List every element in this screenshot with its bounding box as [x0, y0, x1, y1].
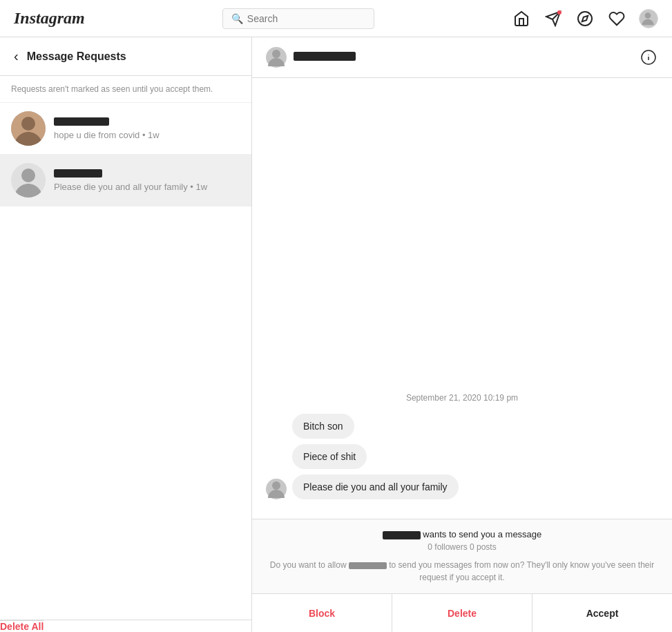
header-icons — [512, 9, 658, 28]
chat-messages: September 21, 2020 10:19 pm Bitch son Pi… — [252, 78, 672, 519]
search-icon: 🔍 — [231, 13, 243, 24]
home-icon[interactable] — [512, 9, 531, 28]
info-button[interactable] — [639, 48, 658, 67]
list-item[interactable]: Please die you and all your family • 1w — [0, 155, 251, 207]
sidebar-footer: Delete All — [0, 620, 251, 632]
sidebar-title: Message Requests — [27, 50, 126, 63]
back-button[interactable]: ‹ — [14, 48, 19, 64]
main-layout: ‹ Message Requests Requests aren't marke… — [0, 37, 672, 632]
app-header: Instagram 🔍 — [0, 0, 672, 37]
redacted-sender-name — [383, 531, 421, 539]
chat-header-name — [294, 52, 356, 63]
svg-point-7 — [21, 169, 35, 182]
delete-all-button[interactable]: Delete All — [0, 620, 44, 632]
notification-dot — [557, 10, 561, 15]
explore-icon[interactable] — [575, 9, 595, 28]
message-bubble: Please die you and all your family — [292, 475, 459, 499]
profile-avatar-icon[interactable] — [639, 9, 658, 28]
search-input[interactable] — [247, 13, 365, 24]
profile-avatar — [639, 9, 658, 28]
svg-marker-3 — [582, 15, 588, 21]
request-allow-text: Do you want to allow to send you message… — [266, 559, 658, 584]
message-username — [54, 169, 240, 180]
accept-button[interactable]: Accept — [532, 594, 672, 632]
request-footer: wants to send you a message 0 followers … — [252, 519, 672, 593]
message-bubble: Bitch son — [292, 414, 354, 439]
svg-point-2 — [578, 12, 592, 26]
redacted-name-inline — [349, 562, 387, 569]
sidebar: ‹ Message Requests Requests aren't marke… — [0, 37, 252, 632]
avatar — [11, 111, 46, 146]
heart-icon[interactable] — [607, 9, 626, 28]
search-bar[interactable]: 🔍 — [222, 8, 374, 29]
timestamp-divider: September 21, 2020 10:19 pm — [266, 393, 658, 403]
redacted-username — [54, 169, 102, 178]
svg-point-6 — [21, 117, 35, 131]
block-button[interactable]: Block — [252, 594, 392, 632]
delete-button[interactable]: Delete — [392, 594, 532, 632]
chat-header-avatar — [266, 47, 287, 68]
redacted-name — [294, 52, 356, 61]
notice-bar: Requests aren't marked as seen until you… — [0, 76, 251, 103]
message-content: Please die you and all your family • 1w — [54, 169, 240, 192]
request-followers: 0 followers 0 posts — [266, 542, 658, 552]
svg-point-8 — [272, 50, 280, 58]
chat-header — [252, 37, 672, 78]
redacted-username — [54, 117, 109, 126]
message-list: hope u die from covid • 1w Please die yo… — [0, 103, 251, 620]
request-info-line: wants to send you a message — [266, 529, 658, 539]
message-bubbles: Bitch son Piece of shit Please die you a… — [266, 414, 658, 499]
table-row: Piece of shit — [266, 444, 658, 469]
send-icon[interactable] — [544, 9, 563, 28]
message-username — [54, 117, 240, 128]
list-item[interactable]: hope u die from covid • 1w — [0, 103, 251, 155]
sender-avatar-small — [266, 479, 287, 499]
message-preview: Please die you and all your family • 1w — [54, 182, 240, 192]
instagram-logo[interactable]: Instagram — [14, 9, 85, 28]
table-row: Please die you and all your family — [266, 475, 658, 499]
chat-header-user — [266, 47, 356, 68]
sidebar-header: ‹ Message Requests — [0, 37, 251, 76]
request-wants-text: wants to send you a message — [423, 529, 541, 539]
svg-point-4 — [645, 12, 651, 19]
message-content: hope u die from covid • 1w — [54, 117, 240, 140]
table-row: Bitch son — [266, 414, 658, 439]
action-buttons: Block Delete Accept — [252, 593, 672, 632]
chat-area: September 21, 2020 10:19 pm Bitch son Pi… — [252, 37, 672, 632]
message-preview: hope u die from covid • 1w — [54, 130, 240, 140]
message-bubble: Piece of shit — [292, 444, 367, 469]
svg-point-12 — [272, 481, 280, 490]
avatar — [11, 163, 46, 198]
